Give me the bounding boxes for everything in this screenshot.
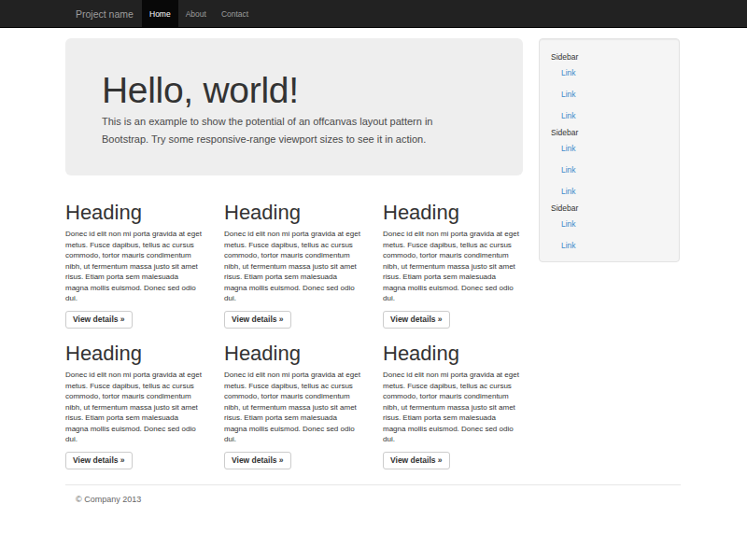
footer-copyright: © Company 2013 bbox=[76, 495, 141, 504]
view-details-button[interactable]: View details » bbox=[65, 452, 133, 469]
card-body-text: Donec id elit non mi porta gravida at eg… bbox=[224, 229, 369, 304]
sidebar-link[interactable]: Link bbox=[540, 240, 679, 251]
sidebar-link[interactable]: Link bbox=[540, 164, 679, 175]
sidebar-group-3: Sidebar Link Link bbox=[540, 203, 679, 257]
view-details-button[interactable]: View details » bbox=[383, 311, 450, 329]
content-card: Heading Donec id elit non mi porta gravi… bbox=[65, 343, 210, 469]
card-heading: Heading bbox=[383, 343, 528, 365]
sidebar: Sidebar Link Link Link Sidebar Link Link… bbox=[539, 38, 680, 262]
jumbotron-text: This is an example to show the potential… bbox=[102, 113, 487, 148]
card-body-text: Donec id elit non mi porta gravida at eg… bbox=[224, 370, 369, 445]
sidebar-link[interactable]: Link bbox=[540, 186, 679, 197]
sidebar-group-title: Sidebar bbox=[540, 127, 679, 138]
navbar-menu: Home About Contact bbox=[142, 0, 256, 28]
jumbotron: Hello, world! This is an example to show… bbox=[65, 38, 523, 175]
content-card: Heading Donec id elit non mi porta gravi… bbox=[383, 343, 528, 469]
card-heading: Heading bbox=[65, 202, 210, 224]
sidebar-link[interactable]: Link bbox=[540, 110, 679, 121]
nav-item-about[interactable]: About bbox=[178, 0, 214, 28]
content-row-2: Heading Donec id elit non mi porta gravi… bbox=[65, 343, 529, 469]
content-card: Heading Donec id elit non mi porta gravi… bbox=[383, 202, 528, 329]
jumbotron-title: Hello, world! bbox=[102, 72, 487, 109]
view-details-button[interactable]: View details » bbox=[383, 452, 450, 469]
sidebar-link[interactable]: Link bbox=[540, 143, 679, 154]
content-card: Heading Donec id elit non mi porta gravi… bbox=[65, 202, 210, 329]
card-body-text: Donec id elit non mi porta gravida at eg… bbox=[383, 370, 528, 445]
brand-link[interactable]: Project name bbox=[76, 0, 134, 28]
content-card: Heading Donec id elit non mi porta gravi… bbox=[224, 202, 369, 329]
view-details-button[interactable]: View details » bbox=[224, 452, 291, 469]
footer-divider bbox=[65, 484, 681, 485]
sidebar-link[interactable]: Link bbox=[540, 89, 679, 100]
card-heading: Heading bbox=[224, 202, 369, 224]
navbar: Project name Home About Contact bbox=[0, 0, 747, 28]
content-card: Heading Donec id elit non mi porta gravi… bbox=[224, 343, 369, 469]
sidebar-group-title: Sidebar bbox=[540, 51, 679, 63]
sidebar-group-1: Sidebar Link Link Link bbox=[540, 51, 679, 127]
content-row-1: Heading Donec id elit non mi porta gravi… bbox=[65, 202, 529, 329]
card-heading: Heading bbox=[224, 343, 369, 365]
sidebar-link[interactable]: Link bbox=[540, 218, 679, 230]
card-body-text: Donec id elit non mi porta gravida at eg… bbox=[65, 370, 210, 445]
card-body-text: Donec id elit non mi porta gravida at eg… bbox=[383, 229, 528, 304]
nav-item-home[interactable]: Home bbox=[142, 0, 178, 28]
card-heading: Heading bbox=[65, 343, 210, 365]
nav-item-contact[interactable]: Contact bbox=[214, 0, 256, 28]
card-body-text: Donec id elit non mi porta gravida at eg… bbox=[65, 229, 210, 304]
sidebar-group-title: Sidebar bbox=[540, 203, 679, 214]
view-details-button[interactable]: View details » bbox=[224, 311, 291, 329]
card-heading: Heading bbox=[383, 202, 528, 224]
sidebar-group-2: Sidebar Link Link Link bbox=[540, 127, 679, 203]
view-details-button[interactable]: View details » bbox=[65, 311, 133, 329]
sidebar-link[interactable]: Link bbox=[540, 67, 679, 78]
page: Project name Home About Contact Hello, w… bbox=[0, 0, 747, 560]
